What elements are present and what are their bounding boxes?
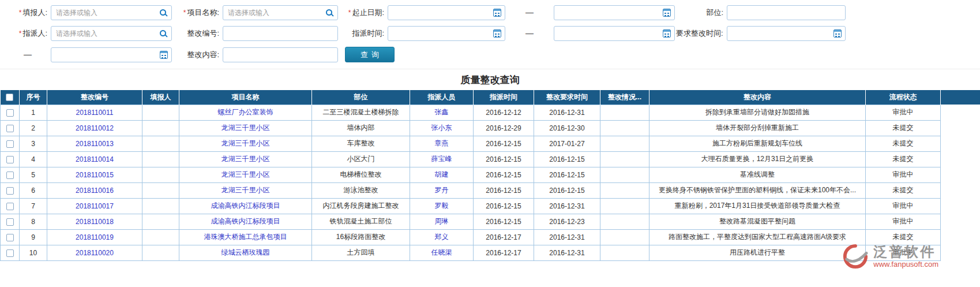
row-checkbox[interactable] (6, 140, 14, 148)
cell-assignee[interactable]: 罗丹 (410, 182, 474, 198)
table-row: 52018110015龙湖三千里小区电梯槽位整改胡建2016-12-152016… (1, 167, 980, 182)
cell-assignee[interactable]: 胡建 (410, 167, 474, 182)
cell-assignee[interactable]: 周琳 (410, 214, 474, 229)
cell-status-info (600, 120, 649, 136)
cell-project[interactable]: 龙湖三千里小区 (179, 182, 312, 198)
assigner-field (51, 26, 172, 41)
reporter-label: *填报人: (5, 8, 51, 17)
cell-assignee[interactable]: 任晓渠 (410, 245, 474, 260)
table-row: 42018110014龙湖三千里小区小区大门薛宝峰2016-12-152016-… (1, 151, 980, 167)
cell-rectify-no[interactable]: 2018110016 (47, 182, 142, 198)
cell-part: 游泳池整改 (312, 182, 410, 198)
calendar-icon[interactable] (833, 29, 842, 38)
cell-project[interactable]: 成渝高铁内江标段项目 (179, 198, 312, 214)
calendar-icon[interactable] (493, 29, 501, 38)
row-checkbox[interactable] (6, 109, 14, 117)
assign-time-start-input[interactable] (388, 27, 493, 40)
date-range-start-input[interactable] (388, 6, 493, 20)
cell-project[interactable]: 龙湖三千里小区 (179, 151, 312, 167)
cell-assignee[interactable]: 郑义 (410, 229, 474, 245)
row-checkbox[interactable] (6, 125, 14, 132)
part-field (727, 5, 846, 20)
cell-rectify-no[interactable]: 2018110015 (47, 167, 142, 182)
cell-assignee[interactable]: 薛宝峰 (410, 151, 474, 167)
content-label-text: 整改内容: (187, 50, 219, 59)
cell-flow-status: 审批中 (866, 245, 941, 260)
cell-project[interactable]: 绿城云栖玫瑰园 (179, 245, 312, 260)
project-input[interactable] (223, 6, 325, 20)
search-icon[interactable] (159, 29, 168, 38)
require-time-start-input[interactable] (727, 27, 833, 40)
search-icon[interactable] (325, 9, 334, 17)
cell-seq: 10 (20, 245, 47, 260)
cell-rectify-no[interactable]: 2018110017 (47, 198, 142, 214)
row-select-cell (1, 245, 20, 260)
row-select-cell (1, 198, 20, 214)
cell-rectify-no[interactable]: 2018110020 (47, 245, 142, 260)
cell-seq: 1 (20, 105, 47, 120)
row-checkbox[interactable] (6, 172, 14, 179)
require-time-end-input[interactable] (51, 48, 160, 62)
header-content: 整改内容 (649, 90, 866, 105)
part-input[interactable] (727, 6, 845, 20)
calendar-icon[interactable] (493, 9, 501, 17)
cell-rectify-no[interactable]: 2018110014 (47, 151, 142, 167)
row-spacer (941, 229, 980, 245)
project-label: *项目名称: (172, 8, 223, 17)
row-checkbox[interactable] (6, 218, 14, 226)
query-button[interactable]: 查询 (345, 47, 395, 62)
cell-seq: 4 (20, 151, 47, 167)
calendar-icon[interactable] (663, 9, 671, 17)
cell-flow-status: 未提交 (866, 136, 941, 151)
cell-require-time: 2016-12-31 (534, 229, 600, 245)
assign-time-end-input[interactable] (554, 27, 663, 40)
content-input[interactable] (223, 48, 337, 62)
cell-rectify-no[interactable]: 2018110013 (47, 136, 142, 151)
required-marker: * (348, 9, 351, 17)
calendar-icon[interactable] (663, 29, 671, 38)
page-title: 质量整改查询 (0, 69, 980, 90)
require-time-start-field (727, 26, 846, 41)
cell-project[interactable]: 螺丝厂办公室装饰 (179, 105, 312, 120)
assigner-input[interactable] (51, 27, 159, 40)
table-row: 72018110017成渝高铁内江标段项目内江机务段房建施工整改罗毅2016-1… (1, 198, 980, 214)
cell-content: 基准线调整 (649, 167, 866, 182)
date-range-start-field (388, 5, 505, 20)
required-marker: * (19, 29, 22, 38)
cell-assignee[interactable]: 章燕 (410, 136, 474, 151)
row-checkbox[interactable] (6, 249, 14, 257)
rectify-no-input[interactable] (223, 27, 337, 40)
filter-row-1: *填报人: *项目名称: *起止日期: — 部位: (5, 5, 980, 20)
row-select-cell (1, 151, 20, 167)
cell-rectify-no[interactable]: 2018110012 (47, 120, 142, 136)
filter-panel: *填报人: *项目名称: *起止日期: — 部位: *指派人: (0, 0, 980, 69)
cell-project[interactable]: 龙湖三千里小区 (179, 120, 312, 136)
row-select-cell (1, 182, 20, 198)
calendar-icon[interactable] (160, 51, 168, 59)
cell-project[interactable]: 成渝高铁内江标段项目 (179, 214, 312, 229)
cell-rectify-no[interactable]: 2018110018 (47, 214, 142, 229)
select-all-checkbox[interactable] (6, 94, 13, 101)
cell-rectify-no[interactable]: 2018110011 (47, 105, 142, 120)
cell-seq: 3 (20, 136, 47, 151)
cell-assignee[interactable]: 张小东 (410, 120, 474, 136)
cell-project[interactable]: 港珠澳大桥施工总承包项目 (179, 229, 312, 245)
rectify-query-table: 序号 整改编号 填报人 项目名称 部位 指派人员 指派时间 整改要求时间 整改情… (0, 90, 980, 261)
cell-project[interactable]: 龙湖三千里小区 (179, 136, 312, 151)
cell-project[interactable]: 龙湖三千里小区 (179, 167, 312, 182)
require-time-end-field (51, 47, 172, 62)
cell-require-time: 2017-01-27 (534, 136, 600, 151)
cell-rectify-no[interactable]: 2018110019 (47, 229, 142, 245)
reporter-input[interactable] (51, 6, 159, 20)
search-icon[interactable] (159, 9, 168, 17)
date-range-end-input[interactable] (554, 6, 663, 20)
row-checkbox[interactable] (6, 234, 14, 241)
project-field (223, 5, 338, 20)
row-checkbox[interactable] (6, 187, 14, 195)
row-checkbox[interactable] (6, 203, 14, 210)
content-field (223, 47, 338, 62)
cell-assignee[interactable]: 张鑫 (410, 105, 474, 120)
row-checkbox[interactable] (6, 156, 14, 163)
table-body: 12018110011螺丝厂办公室装饰二至三楼混凝土楼梯拆除张鑫2016-12-… (1, 105, 980, 260)
cell-assignee[interactable]: 罗毅 (410, 198, 474, 214)
